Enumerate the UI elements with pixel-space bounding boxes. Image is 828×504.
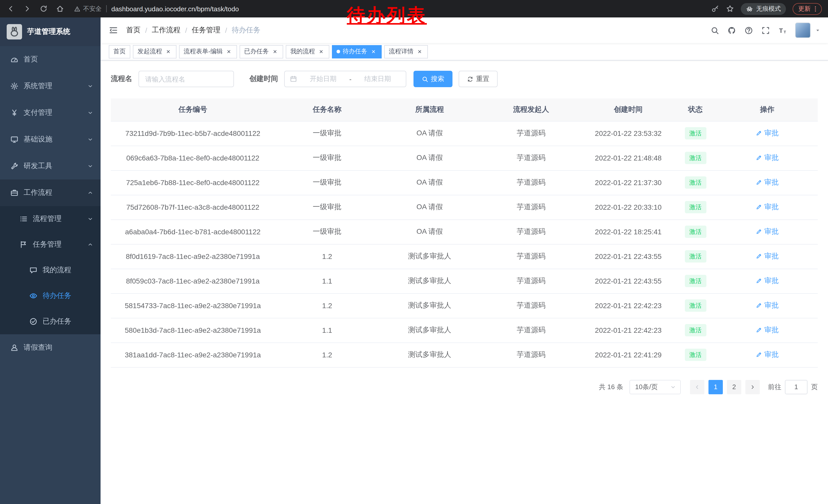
breadcrumb-separator: / <box>145 26 147 34</box>
caret-down-select-icon <box>670 384 676 390</box>
browser-back-button[interactable] <box>6 4 15 13</box>
browser-forward-button[interactable] <box>23 4 32 13</box>
breadcrumb-item[interactable]: 工作流程 <box>152 26 180 35</box>
status-cell: 激活 <box>674 244 716 269</box>
help-icon[interactable] <box>744 26 753 35</box>
column-header: 操作 <box>717 98 818 121</box>
page-button-1[interactable]: 1 <box>708 380 723 394</box>
chevron-down-icon <box>87 216 93 222</box>
tags-view: 首页发起流程×流程表单-编辑×已办任务×我的流程×待办任务×流程详情× <box>100 43 828 60</box>
sidebar-item-4[interactable]: 研发工具 <box>0 153 100 179</box>
sidebar-item-7[interactable]: 任务管理 <box>0 232 100 258</box>
close-icon[interactable]: × <box>165 48 172 55</box>
process-name-input[interactable] <box>138 71 234 87</box>
close-icon[interactable]: × <box>225 48 233 55</box>
action-cell: 审批 <box>717 146 818 170</box>
date-range-picker[interactable]: 开始日期 - 结束日期 <box>284 71 406 87</box>
sidebar-item-6[interactable]: 流程管理 <box>0 206 100 232</box>
refresh-icon <box>467 76 473 82</box>
approve-link[interactable]: 审批 <box>756 202 779 212</box>
approve-link[interactable]: 审批 <box>756 227 779 236</box>
sidebar-toggle-button[interactable] <box>100 26 126 35</box>
breadcrumb: 首页/工作流程/任务管理/待办任务 <box>126 26 260 35</box>
status-badge: 激活 <box>685 226 706 238</box>
tab-item-1[interactable]: 发起流程× <box>133 45 176 58</box>
key-icon[interactable] <box>711 5 719 13</box>
approve-link[interactable]: 审批 <box>756 301 779 310</box>
star-icon <box>726 5 734 13</box>
approve-link[interactable]: 审批 <box>756 252 779 261</box>
sidebar-item-10[interactable]: 已办任务 <box>0 309 100 334</box>
tab-item-3[interactable]: 已办任务× <box>240 45 283 58</box>
flag-icon <box>19 240 28 249</box>
tab-item-2[interactable]: 流程表单-编辑× <box>179 45 237 58</box>
approve-label: 审批 <box>764 178 779 187</box>
approve-link[interactable]: 审批 <box>756 129 779 138</box>
column-header: 创建时间 <box>582 98 674 121</box>
tab-item-5[interactable]: 待办任务× <box>332 45 382 58</box>
approve-link[interactable]: 审批 <box>756 350 779 359</box>
page-button-2[interactable]: 2 <box>727 380 741 394</box>
tab-label: 待办任务 <box>343 47 367 56</box>
table-row: 725a1eb6-7b88-11ec-8ef0-acde48001122一级审批… <box>111 170 818 195</box>
goto-label: 前往 <box>768 382 781 392</box>
back-icon <box>7 5 15 13</box>
monitor-icon <box>10 135 18 144</box>
security-indicator[interactable]: 不安全 <box>74 4 101 13</box>
browser-reload-button[interactable] <box>39 4 48 13</box>
breadcrumb-item[interactable]: 任务管理 <box>192 26 220 35</box>
status-cell: 激活 <box>674 220 716 244</box>
github-icon[interactable] <box>728 26 736 35</box>
close-icon[interactable]: × <box>272 48 279 55</box>
tab-item-0[interactable]: 首页 <box>109 45 130 58</box>
briefcase-icon <box>10 189 18 197</box>
time-cell: 2022-01-22 23:53:32 <box>582 121 674 146</box>
sidebar-item-3[interactable]: 基础设施 <box>0 126 100 153</box>
tab-item-6[interactable]: 流程详情× <box>384 45 428 58</box>
approve-link[interactable]: 审批 <box>756 153 779 163</box>
start-date-placeholder: 开始日期 <box>300 74 346 84</box>
task-name-cell: 1.2 <box>275 293 379 318</box>
sidebar-item-0[interactable]: 首页 <box>0 46 100 73</box>
time-cell: 2022-01-21 22:43:55 <box>582 269 674 293</box>
approve-link[interactable]: 审批 <box>756 178 779 187</box>
close-icon[interactable]: × <box>318 48 325 55</box>
tab-item-4[interactable]: 我的流程× <box>286 45 329 58</box>
user-avatar[interactable] <box>795 22 811 38</box>
sidebar-item-9[interactable]: 待办任务 <box>0 283 100 309</box>
approve-label: 审批 <box>764 227 779 236</box>
font-size-icon[interactable]: TT <box>778 26 787 35</box>
tab-label: 流程表单-编辑 <box>184 47 223 56</box>
search-icon[interactable] <box>710 26 719 35</box>
update-button[interactable]: 更新 <box>793 3 822 15</box>
task-id-cell: 381aa1dd-7ac8-11ec-a9e2-a2380e71991a <box>111 342 275 367</box>
breadcrumb-item[interactable]: 首页 <box>126 26 140 35</box>
avatar-caret-icon[interactable] <box>815 27 821 33</box>
prev-page-button[interactable] <box>690 380 704 394</box>
browser-home-button[interactable] <box>55 4 65 13</box>
goto-page-input[interactable] <box>785 380 808 394</box>
process-cell: OA 请假 <box>379 220 480 244</box>
close-icon[interactable]: × <box>370 48 377 55</box>
sidebar-item-1[interactable]: 系统管理 <box>0 73 100 99</box>
sidebar-item-2[interactable]: 支付管理 <box>0 99 100 126</box>
page-size-select[interactable]: 10条/页 <box>629 380 681 394</box>
approve-link[interactable]: 审批 <box>756 326 779 335</box>
sidebar-item-8[interactable]: 我的流程 <box>0 258 100 283</box>
bookmark-star-icon[interactable] <box>726 5 734 13</box>
status-badge: 激活 <box>685 127 706 139</box>
calendar-icon <box>290 75 297 83</box>
search-button[interactable]: 搜索 <box>413 71 452 87</box>
sidebar-item-5[interactable]: 工作流程 <box>0 179 100 206</box>
next-page-button[interactable] <box>745 380 760 394</box>
sidebar-item-11[interactable]: 请假查询 <box>0 334 100 361</box>
approve-link[interactable]: 审批 <box>756 276 779 286</box>
app-logo[interactable]: 芋道管理系统 <box>0 17 100 46</box>
fullscreen-icon[interactable] <box>761 26 770 35</box>
reset-button[interactable]: 重置 <box>459 71 498 87</box>
tool-icon <box>10 162 18 170</box>
browser-menu-icon[interactable] <box>812 5 819 12</box>
incognito-icon <box>746 5 753 12</box>
close-icon[interactable]: × <box>416 48 423 55</box>
action-cell: 审批 <box>717 170 818 195</box>
